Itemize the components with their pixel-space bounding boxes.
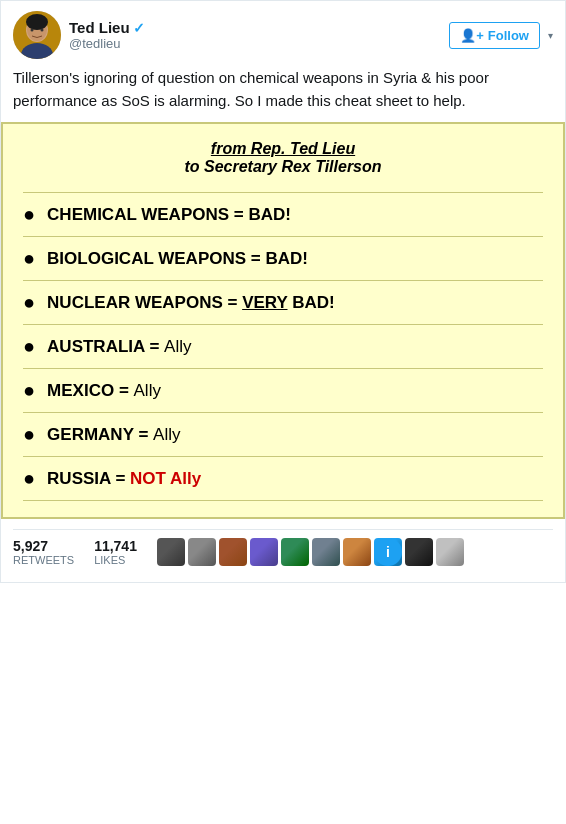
cheat-sheet-to: to Secretary Rex Tillerson <box>23 158 543 176</box>
list-item: ● RUSSIA = NOT Ally <box>23 457 543 501</box>
likes-stat: 11,741 LIKES <box>94 538 137 566</box>
retweets-label: RETWEETS <box>13 554 74 566</box>
very-underline-text: VERY <box>242 293 287 312</box>
svg-text:i: i <box>386 544 390 560</box>
liker-avatar <box>343 538 371 566</box>
item-text: MEXICO = Ally <box>47 381 543 401</box>
svg-point-4 <box>26 14 48 30</box>
bullet-icon: ● <box>23 203 35 226</box>
tweet-footer: 5,927 RETWEETS 11,741 LIKES i <box>13 529 553 582</box>
list-item: ● MEXICO = Ally <box>23 369 543 413</box>
bullet-icon: ● <box>23 467 35 490</box>
list-item: ● BIOLOGICAL WEAPONS = BAD! <box>23 237 543 281</box>
bullet-icon: ● <box>23 335 35 358</box>
verified-icon: ✓ <box>133 20 145 36</box>
cheat-sheet-list: ● CHEMICAL WEAPONS = BAD! ● BIOLOGICAL W… <box>23 192 543 501</box>
item-text: BIOLOGICAL WEAPONS = BAD! <box>47 249 543 269</box>
bullet-icon: ● <box>23 423 35 446</box>
item-text: NUCLEAR WEAPONS = VERY BAD! <box>47 293 543 313</box>
bullet-icon: ● <box>23 291 35 314</box>
bullet-icon: ● <box>23 247 35 270</box>
item-text: CHEMICAL WEAPONS = BAD! <box>47 205 543 225</box>
cheat-sheet-from: from Rep. Ted Lieu <box>23 140 543 158</box>
list-item: ● CHEMICAL WEAPONS = BAD! <box>23 192 543 237</box>
list-item: ● NUCLEAR WEAPONS = VERY BAD! <box>23 281 543 325</box>
liker-avatar <box>312 538 340 566</box>
list-item: ● AUSTRALIA = Ally <box>23 325 543 369</box>
user-info: Ted Lieu ✓ @tedlieu <box>69 19 145 51</box>
tweet-header-left: Ted Lieu ✓ @tedlieu <box>13 11 145 59</box>
liker-avatar: i <box>374 538 402 566</box>
follow-label: Follow <box>488 28 529 43</box>
person-add-icon: 👤+ <box>460 28 484 43</box>
liker-avatar <box>250 538 278 566</box>
bullet-icon: ● <box>23 379 35 402</box>
user-handle[interactable]: @tedlieu <box>69 36 145 51</box>
tweet-container: Ted Lieu ✓ @tedlieu 👤+ Follow ▾ Tillerso… <box>0 0 566 583</box>
item-text: AUSTRALIA = Ally <box>47 337 543 357</box>
likes-label: LIKES <box>94 554 137 566</box>
svg-point-6 <box>41 29 44 32</box>
liker-avatar <box>188 538 216 566</box>
retweets-value: 5,927 <box>13 538 74 554</box>
cheat-sheet: from Rep. Ted Lieu to Secretary Rex Till… <box>1 122 565 519</box>
liker-avatar <box>157 538 185 566</box>
item-text: GERMANY = Ally <box>47 425 543 445</box>
liker-avatar <box>405 538 433 566</box>
list-item: ● GERMANY = Ally <box>23 413 543 457</box>
likers-avatar-row: i <box>157 538 464 566</box>
item-text: RUSSIA = NOT Ally <box>47 469 543 489</box>
chevron-down-icon[interactable]: ▾ <box>548 30 553 41</box>
likes-value: 11,741 <box>94 538 137 554</box>
follow-button[interactable]: 👤+ Follow <box>449 22 540 49</box>
user-name[interactable]: Ted Lieu ✓ <box>69 19 145 36</box>
tweet-stats: 5,927 RETWEETS 11,741 LIKES i <box>13 538 553 566</box>
liker-avatar <box>219 538 247 566</box>
cheat-sheet-header: from Rep. Ted Lieu to Secretary Rex Till… <box>23 140 543 176</box>
not-ally-text: NOT Ally <box>130 469 201 488</box>
retweets-stat: 5,927 RETWEETS <box>13 538 74 566</box>
avatar[interactable] <box>13 11 61 59</box>
liker-avatar <box>281 538 309 566</box>
tweet-header: Ted Lieu ✓ @tedlieu 👤+ Follow ▾ <box>13 11 553 59</box>
svg-point-5 <box>31 29 34 32</box>
display-name: Ted Lieu <box>69 19 130 36</box>
liker-avatar <box>436 538 464 566</box>
tweet-text: Tillerson's ignoring of question on chem… <box>13 67 553 112</box>
